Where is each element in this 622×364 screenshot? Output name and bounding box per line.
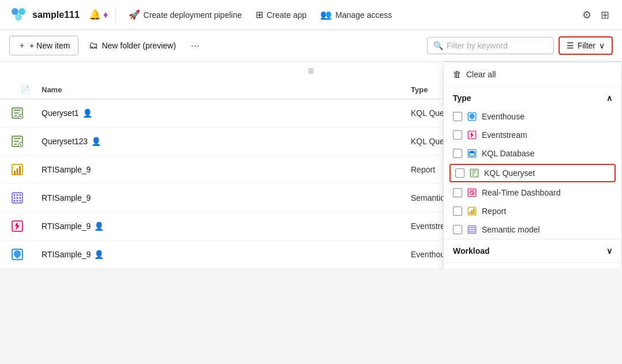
filter-item-semantic-model[interactable]: Semantic model — [444, 220, 621, 239]
manage-access-icon: 👥 — [320, 9, 332, 20]
item-name-text: Queryset1 — [42, 108, 79, 118]
new-folder-icon: 🗂 — [89, 40, 98, 51]
row-name: RTISample_9 👤 — [42, 250, 411, 259]
new-folder-button[interactable]: 🗂 New folder (preview) — [83, 36, 181, 55]
settings-button[interactable]: ⚙ — [579, 5, 595, 25]
svg-point-38 — [469, 229, 470, 230]
filter-item-report[interactable]: Report — [444, 202, 621, 220]
search-icon: 🔍 — [433, 41, 443, 50]
kql-queryset-checkbox[interactable] — [455, 168, 464, 178]
clear-all-label: Clear all — [466, 70, 496, 79]
svg-rect-8 — [14, 171, 16, 174]
new-folder-label: New folder (preview) — [102, 41, 175, 50]
svg-rect-10 — [19, 166, 21, 174]
filter-label: Filter — [578, 41, 595, 50]
clear-all-button[interactable]: 🗑 Clear all — [444, 62, 621, 87]
item-name-text: RTISample_9 — [42, 193, 91, 202]
search-placeholder: Filter by keyword — [447, 41, 508, 50]
more-options-button[interactable]: ··· — [186, 36, 204, 55]
svg-point-41 — [469, 231, 470, 232]
svg-point-19 — [17, 200, 18, 202]
nav-action-create-app[interactable]: ⊞ Create app — [250, 6, 312, 24]
col-header-name: Name — [42, 85, 411, 94]
svg-point-26 — [470, 151, 475, 154]
svg-point-42 — [471, 231, 473, 232]
svg-point-39 — [471, 229, 473, 230]
row-icon-queryset — [9, 133, 25, 149]
workload-section-label: Workload — [453, 246, 490, 256]
alert-icon[interactable]: 🔔 — [89, 9, 101, 21]
workload-chevron-down-icon: ∨ — [606, 246, 612, 256]
item-name-text: RTISample_9 — [42, 165, 91, 174]
eventhouse-checkbox[interactable] — [453, 112, 462, 121]
svg-point-13 — [17, 194, 18, 196]
nav-brand: sample111 — [9, 6, 80, 24]
create-app-icon: ⊞ — [256, 9, 263, 20]
kql-database-checkbox[interactable] — [453, 149, 462, 158]
kql-database-label: KQL Database — [482, 149, 534, 158]
row-name: Queryset1 👤 — [42, 108, 411, 118]
pipeline-icon: 🚀 — [129, 9, 140, 20]
top-nav: sample111 🔔 ♦ 🚀 Create deployment pipeli… — [0, 0, 622, 30]
filter-item-eventstream[interactable]: Eventstream — [444, 126, 621, 144]
row-icon-eventstream — [9, 218, 25, 234]
col-header-icon: 📄 — [9, 85, 42, 94]
svg-point-14 — [20, 194, 21, 196]
eventstream-checkbox[interactable] — [453, 130, 462, 140]
report-checkbox[interactable] — [453, 207, 462, 216]
svg-point-0 — [12, 8, 18, 15]
filter-item-kql-database[interactable]: KQL Database — [444, 144, 621, 163]
owner-section-header[interactable]: Owner ∨ — [444, 262, 621, 269]
new-item-button[interactable]: ＋ + New item — [9, 36, 78, 55]
semantic-model-label: Semantic model — [482, 225, 539, 234]
svg-point-15 — [14, 197, 16, 199]
svg-point-35 — [469, 227, 470, 228]
toolbar: ＋ + New item 🗂 New folder (preview) ··· … — [0, 30, 622, 62]
row-name: RTISample_9 — [42, 165, 411, 174]
drag-icon: ≡ — [308, 65, 314, 77]
kql-queryset-item-icon — [469, 168, 479, 178]
item-badge: 👤 — [83, 108, 92, 118]
workload-section-header[interactable]: Workload ∨ — [444, 239, 621, 262]
item-name-text: RTISample_9 — [42, 250, 91, 259]
nav-divider-1 — [115, 7, 116, 23]
row-icon-queryset — [9, 105, 25, 121]
item-name-text: Queryset123 — [42, 137, 88, 146]
nav-action-pipeline[interactable]: 🚀 Create deployment pipeline — [123, 6, 248, 24]
kql-database-item-icon — [467, 148, 477, 159]
filter-lines-icon: ☰ — [567, 41, 574, 50]
svg-point-36 — [471, 227, 473, 228]
type-section-header[interactable]: Type ∧ — [444, 87, 621, 107]
svg-point-16 — [17, 197, 18, 199]
diamond-icon[interactable]: ♦ — [103, 9, 108, 21]
brand-icon — [9, 6, 28, 24]
realtime-dashboard-label: Real-Time Dashboard — [482, 188, 560, 197]
row-name: RTISample_9 — [42, 193, 411, 202]
filter-item-eventhouse[interactable]: Eventhouse — [444, 107, 621, 126]
report-label: Report — [482, 207, 506, 216]
svg-point-40 — [474, 229, 475, 230]
brand-extra-icons: 🔔 ♦ — [89, 9, 108, 21]
realtime-dashboard-checkbox[interactable] — [453, 188, 462, 197]
row-icon-semantic — [9, 190, 25, 206]
item-badge: 👤 — [94, 250, 104, 259]
semantic-model-checkbox[interactable] — [453, 225, 462, 234]
semantic-model-item-icon — [467, 224, 477, 235]
search-box[interactable]: 🔍 Filter by keyword — [427, 37, 554, 54]
clear-all-icon: 🗑 — [453, 69, 462, 79]
svg-point-18 — [14, 200, 16, 202]
nav-action-create-app-label: Create app — [267, 10, 306, 20]
report-item-icon — [467, 206, 477, 216]
realtime-dashboard-item-icon — [467, 187, 477, 198]
windows-button[interactable]: ⊞ — [597, 5, 613, 25]
filter-button[interactable]: ☰ Filter ∨ — [559, 36, 613, 55]
nav-action-manage-access[interactable]: 👥 Manage access — [314, 6, 398, 24]
eventhouse-label: Eventhouse — [482, 112, 524, 121]
filter-chevron-icon: ∨ — [599, 41, 605, 50]
filter-item-realtime-dashboard[interactable]: Real-Time Dashboard — [444, 183, 621, 202]
eventstream-item-icon — [467, 130, 477, 140]
file-icon: 📄 — [21, 85, 30, 94]
svg-rect-32 — [471, 211, 473, 215]
filter-item-kql-queryset[interactable]: KQL Queryset — [449, 164, 616, 182]
row-name: RTISample_9 👤 — [42, 222, 411, 231]
